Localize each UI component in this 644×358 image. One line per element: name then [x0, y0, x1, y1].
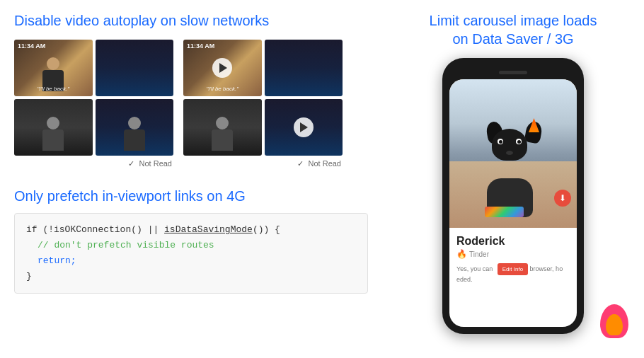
- video-cell-1: 11:34 AM "I'll be back.": [14, 40, 93, 96]
- video-group-2: 11:34 AM "I'll be back.": [183, 40, 343, 168]
- tinder-flame-logo: [598, 299, 630, 338]
- download-badge[interactable]: ⬇: [554, 190, 571, 207]
- video-pair-2: 11:34 AM "I'll be back.": [183, 40, 343, 156]
- video-cell-4: [96, 99, 174, 156]
- video-cell-8: [265, 99, 343, 156]
- person-figure-7: [201, 117, 243, 156]
- code-line-1: if (!isOKConnection() || isDataSavingMod…: [26, 222, 356, 238]
- checkmark-icon-1: ✓: [128, 159, 134, 168]
- code-line-3: return;: [26, 253, 356, 269]
- dog-eye-right: [516, 139, 522, 144]
- video-cell-7: [183, 99, 262, 156]
- dog-photo: ⬇: [449, 79, 577, 228]
- download-icon: ⬇: [559, 193, 566, 203]
- video-group-1: 11:34 AM "I'll be back.": [14, 40, 173, 168]
- code-block: if (!isOKConnection() || isDataSavingMod…: [14, 213, 368, 294]
- person-body-7: [212, 129, 233, 151]
- video-grid: 11:34 AM "I'll be back.": [14, 40, 368, 168]
- person-head-1: [47, 57, 59, 70]
- subtitle-2: "I'll be back.": [207, 86, 238, 92]
- subtitle-1: "I'll be back.": [38, 86, 69, 92]
- phone-mockup: ⬇ Roderick 🔥 Tinder Yes, you can Edit In…: [442, 58, 584, 334]
- dog-eye-left: [498, 139, 503, 144]
- phone-speaker: [499, 71, 527, 74]
- not-read-label-1: ✓ Not Read: [14, 159, 173, 168]
- timestamp-1: 11:34 AM: [18, 42, 45, 50]
- person-head-3: [47, 117, 59, 129]
- video-cell-3: [14, 99, 93, 156]
- tinder-icon: 🔥: [456, 249, 467, 259]
- timestamp-2: 11:34 AM: [187, 42, 214, 50]
- profile-name: Roderick: [456, 235, 570, 248]
- video-cell-2: [96, 40, 174, 96]
- profile-desc: Yes, you can Edit Info browser, ho eded.: [456, 263, 570, 284]
- video-cell-6: [265, 40, 343, 96]
- flame-shape: [598, 299, 630, 338]
- play-button-1[interactable]: [212, 58, 232, 78]
- person-figure-3: [32, 117, 74, 156]
- profile-app: 🔥 Tinder: [456, 249, 570, 259]
- dog-nose: [506, 151, 513, 155]
- dog-bandana: [485, 207, 524, 217]
- checkmark-icon-2: ✓: [297, 159, 304, 168]
- right-title: Limit carousel image loadson Data Saver …: [430, 11, 597, 48]
- top-section-title: Disable video autoplay on slow networks: [14, 11, 368, 30]
- code-line-2: // don't prefetch visible routes: [26, 238, 356, 253]
- dog-silhouette: [481, 139, 545, 217]
- phone-screen: ⬇ Roderick 🔥 Tinder Yes, you can Edit In…: [449, 79, 577, 327]
- play-button-2[interactable]: [294, 117, 314, 137]
- phone-top-bar: [449, 65, 577, 79]
- flame-inner: [606, 314, 623, 335]
- code-section: Only prefetch in-viewport links on 4G if…: [14, 188, 368, 294]
- profile-info: Roderick 🔥 Tinder Yes, you can Edit Info…: [449, 228, 577, 289]
- edit-info-button[interactable]: Edit Info: [498, 263, 528, 275]
- person-head-4: [128, 117, 141, 129]
- dog-head: [492, 129, 527, 161]
- right-panel: Limit carousel image loadson Data Saver …: [382, 0, 644, 358]
- play-triangle-1: [219, 63, 227, 73]
- person-body-4: [124, 129, 145, 151]
- play-triangle-2: [300, 122, 308, 132]
- code-section-title: Only prefetch in-viewport links on 4G: [14, 188, 368, 204]
- person-figure-4: [113, 117, 156, 156]
- code-line-4: }: [26, 269, 356, 284]
- video-pair-1: 11:34 AM "I'll be back.": [14, 40, 173, 156]
- video-cell-5: 11:34 AM "I'll be back.": [183, 40, 262, 96]
- not-read-label-2: ✓ Not Read: [183, 159, 343, 168]
- main-layout: Disable video autoplay on slow networks …: [0, 0, 644, 358]
- left-panel: Disable video autoplay on slow networks …: [0, 0, 382, 358]
- person-head-7: [216, 117, 229, 129]
- person-body-3: [42, 129, 64, 151]
